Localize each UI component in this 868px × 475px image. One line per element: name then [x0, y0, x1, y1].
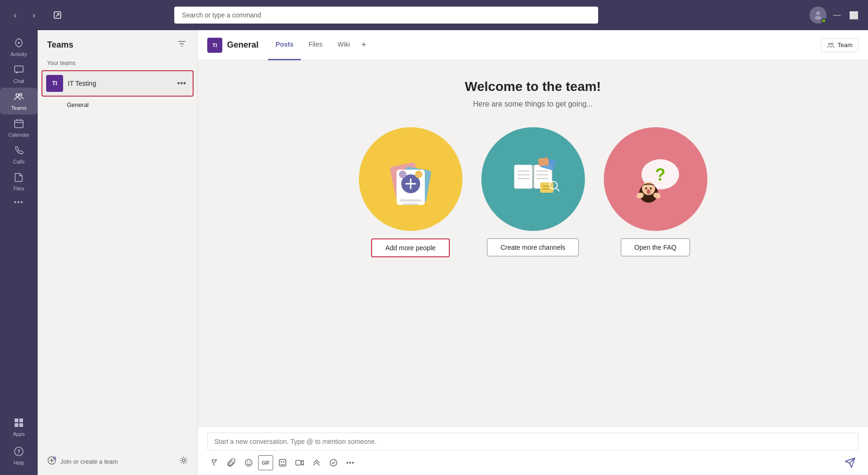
compose-input[interactable] — [207, 433, 859, 450]
svg-point-18 — [828, 43, 830, 45]
team-more-button[interactable]: ••• — [174, 78, 189, 90]
topbar-right: — ⬜ — [810, 7, 860, 24]
svg-point-5 — [16, 94, 19, 97]
settings-button[interactable] — [179, 456, 188, 467]
sidebar-item-activity[interactable]: Activity — [0, 34, 38, 61]
action-cards: Add more people — [226, 127, 840, 257]
compose-button[interactable] — [49, 7, 66, 24]
channel-body: Welcome to the team! Here are some thing… — [198, 60, 868, 426]
sidebar-item-apps[interactable]: Apps — [0, 414, 38, 441]
svg-rect-7 — [15, 120, 23, 128]
tab-wiki[interactable]: Wiki — [330, 30, 357, 60]
svg-rect-26 — [400, 199, 422, 202]
emoji-button[interactable] — [241, 455, 256, 470]
teams-panel: Teams Your teams TI IT Testing ••• Gener… — [38, 30, 198, 475]
sidebar-item-calls[interactable]: Calls — [0, 141, 38, 168]
svg-rect-11 — [19, 423, 23, 427]
video-button[interactable] — [292, 455, 307, 470]
sidebar-item-teams[interactable]: Teams — [0, 88, 38, 115]
maximize-button[interactable]: ⬜ — [847, 8, 860, 22]
praise-button[interactable] — [326, 455, 341, 470]
team-item-it-testing[interactable]: TI IT Testing ••• — [41, 70, 194, 97]
sidebar: Activity Chat Teams — [0, 30, 38, 475]
teams-panel-footer[interactable]: + Join or create a team — [38, 448, 197, 475]
gif-button[interactable]: GIF — [258, 455, 273, 470]
sidebar-item-activity-label: Activity — [11, 51, 27, 57]
sidebar-item-files[interactable]: Files — [0, 168, 38, 195]
svg-point-49 — [650, 188, 652, 189]
svg-point-25 — [415, 171, 422, 178]
nav-buttons: ‹ › — [8, 8, 41, 23]
svg-point-17 — [182, 459, 185, 462]
svg-point-24 — [399, 171, 406, 178]
svg-point-1 — [816, 11, 820, 15]
more-icon: ••• — [14, 199, 24, 205]
files-icon — [14, 172, 24, 184]
team-view-label: Team — [837, 41, 852, 49]
online-indicator — [821, 18, 826, 23]
channel-icon: TI — [207, 38, 222, 53]
search-bar[interactable]: Search or type a command — [174, 7, 598, 24]
sidebar-item-chat[interactable]: Chat — [0, 61, 38, 88]
svg-rect-8 — [15, 418, 18, 422]
svg-rect-10 — [15, 423, 18, 427]
tab-posts[interactable]: Posts — [268, 30, 301, 60]
back-button[interactable]: ‹ — [8, 8, 23, 23]
svg-point-19 — [831, 43, 833, 45]
channel-name: General — [227, 40, 259, 50]
svg-point-55 — [250, 462, 251, 463]
teams-icon — [14, 91, 24, 103]
svg-point-3 — [18, 42, 20, 44]
welcome-subtitle: Here are some things to get going... — [473, 100, 592, 108]
attach-button[interactable] — [224, 455, 239, 470]
add-more-people-button[interactable]: Add more people — [371, 238, 450, 257]
format-button[interactable] — [207, 455, 222, 470]
send-button[interactable] — [842, 454, 859, 471]
sidebar-item-help[interactable]: ? Help — [0, 442, 38, 469]
team-view-button[interactable]: Team — [821, 38, 859, 52]
svg-point-54 — [247, 462, 248, 463]
sidebar-item-files-label: Files — [13, 186, 24, 191]
help-icon: ? — [14, 446, 24, 458]
sidebar-bottom: Apps ? Help — [0, 414, 38, 475]
add-people-card: Add more people — [359, 127, 462, 257]
team-name: IT Testing — [68, 80, 174, 87]
svg-rect-38 — [538, 157, 549, 166]
svg-point-6 — [20, 94, 22, 96]
svg-rect-27 — [403, 203, 419, 205]
sidebar-item-calls-label: Calls — [13, 159, 24, 164]
filter-button[interactable] — [176, 38, 188, 52]
svg-text:+: + — [54, 456, 56, 460]
sidebar-item-more[interactable]: ••• — [0, 195, 38, 209]
calls-icon — [14, 145, 24, 157]
minimize-button[interactable]: — — [830, 8, 844, 22]
svg-rect-28 — [514, 165, 532, 188]
forward-button[interactable]: › — [26, 8, 41, 23]
add-people-illustration — [359, 127, 462, 231]
svg-line-43 — [556, 188, 559, 191]
topbar: ‹ › Search or type a command — ⬜ — [0, 0, 868, 30]
svg-point-50 — [647, 189, 650, 194]
avatar[interactable] — [810, 7, 827, 24]
channel-item-general[interactable]: General — [38, 98, 197, 111]
schedule-button[interactable] — [309, 455, 324, 470]
channel-header: TI General Posts Files Wiki + Team — [198, 30, 868, 60]
open-faq-button[interactable]: Open the FAQ — [621, 238, 690, 256]
create-more-channels-button[interactable]: Create more channels — [487, 238, 579, 256]
tab-files[interactable]: Files — [301, 30, 330, 60]
sticker-button[interactable] — [275, 455, 290, 470]
activity-icon — [14, 38, 24, 49]
svg-text:?: ? — [655, 165, 665, 184]
svg-point-2 — [815, 16, 821, 20]
svg-text:?: ? — [17, 449, 20, 455]
sidebar-item-teams-label: Teams — [11, 105, 26, 111]
svg-point-53 — [245, 459, 252, 466]
your-teams-label: Your teams — [38, 56, 197, 68]
main-content: TI General Posts Files Wiki + Team — [198, 30, 868, 475]
main-layout: Activity Chat Teams — [0, 30, 868, 475]
sidebar-item-calendar[interactable]: Calendar — [0, 115, 38, 141]
apps-icon — [14, 418, 24, 429]
sidebar-item-calendar-label: Calendar — [8, 132, 30, 138]
add-tab-button[interactable]: + — [357, 30, 370, 60]
more-options-button[interactable]: ••• — [343, 455, 358, 470]
